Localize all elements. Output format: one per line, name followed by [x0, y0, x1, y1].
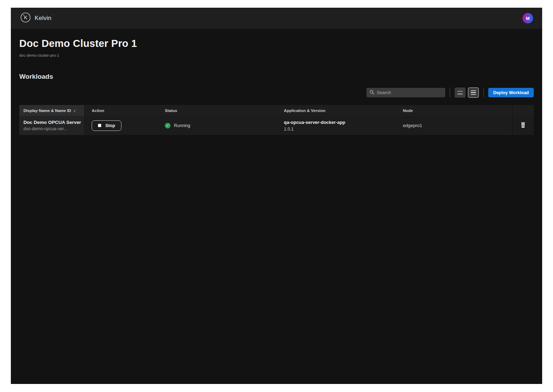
- toolbar-divider: [483, 88, 484, 98]
- view-toggle-group: [455, 88, 479, 98]
- column-header-status: Status: [158, 105, 277, 116]
- delete-workload-button[interactable]: [519, 121, 527, 130]
- workload-application-cell: qa-opcua-server-docker-app 1.0.1: [277, 116, 396, 135]
- column-header-actions-spacer: [512, 105, 534, 116]
- status-label: Running: [174, 123, 190, 128]
- column-header-name[interactable]: Display Name & Name ID ↓↑: [19, 105, 84, 116]
- app-window: K Kelvin M Doc Demo Cluster Pro 1 doc-de…: [11, 8, 542, 384]
- search-box: [366, 88, 445, 97]
- top-navbar: K Kelvin M: [11, 8, 542, 29]
- trash-icon: [520, 122, 526, 129]
- workload-action-cell: Stop: [84, 116, 158, 135]
- kelvin-logo[interactable]: K Kelvin: [20, 12, 51, 24]
- sort-icon[interactable]: ↓↑: [73, 108, 76, 113]
- status-badge: ✓ Running: [165, 123, 190, 128]
- main-content: Doc Demo Cluster Pro 1 doc-demo-cluster-…: [11, 29, 542, 384]
- node-name: edgepro1: [403, 123, 422, 128]
- search-input[interactable]: [377, 90, 442, 95]
- workload-name-cell: Doc Demo OPCUA Server doc-demo-opcua-ser…: [19, 116, 84, 135]
- stop-button-label: Stop: [105, 123, 115, 128]
- workloads-heading: Workloads: [19, 73, 534, 80]
- application-name: qa-opcua-server-docker-app: [284, 120, 345, 125]
- kelvin-logo-icon: K: [20, 12, 31, 24]
- stop-button[interactable]: Stop: [92, 120, 121, 131]
- toolbar-divider: [450, 88, 450, 98]
- compact-view-toggle[interactable]: [455, 88, 465, 98]
- workload-delete-cell: [512, 116, 534, 135]
- search-icon: [370, 90, 374, 96]
- two-bars-icon: [457, 91, 463, 94]
- column-header-node: Node: [396, 105, 512, 116]
- application-version: 1.0.1: [284, 127, 294, 132]
- workload-node-cell: edgepro1: [396, 116, 512, 135]
- svg-text:K: K: [24, 15, 28, 20]
- column-header-action: Action: [84, 105, 158, 116]
- workload-status-cell: ✓ Running: [158, 116, 277, 135]
- check-circle-icon: ✓: [165, 123, 170, 128]
- workload-row[interactable]: Doc Demo OPCUA Server doc-demo-opcua-ser…: [19, 116, 534, 135]
- column-header-name-label: Display Name & Name ID: [23, 108, 71, 113]
- stop-icon: [98, 124, 101, 127]
- page-title: Doc Demo Cluster Pro 1: [19, 38, 534, 49]
- workload-name-id: doc-demo-opcua-ser...: [23, 126, 67, 131]
- workloads-table: Display Name & Name ID ↓↑ Action Status …: [19, 105, 534, 135]
- list-view-toggle[interactable]: [468, 88, 479, 98]
- user-avatar[interactable]: M: [523, 13, 533, 23]
- workloads-toolbar: Deploy Workload: [19, 88, 534, 98]
- page-subtitle: doc-demo-cluster-pro-1: [19, 53, 534, 57]
- brand-name: Kelvin: [35, 15, 51, 22]
- three-bars-icon: [471, 90, 476, 95]
- workload-display-name: Doc Demo OPCUA Server: [23, 120, 81, 125]
- column-header-application: Application & Version: [277, 105, 396, 116]
- table-header-row: Display Name & Name ID ↓↑ Action Status …: [19, 105, 534, 116]
- deploy-workload-button[interactable]: Deploy Workload: [488, 88, 534, 97]
